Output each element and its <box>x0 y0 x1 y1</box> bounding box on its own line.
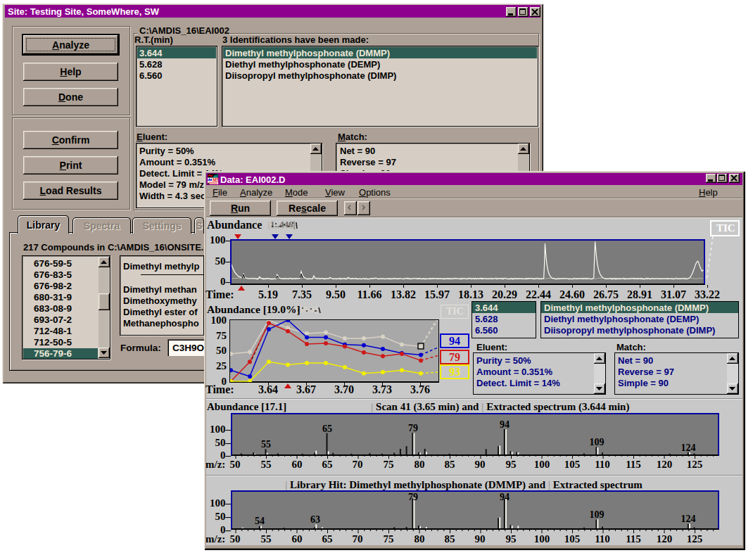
svg-text:MS: MS <box>213 177 218 182</box>
